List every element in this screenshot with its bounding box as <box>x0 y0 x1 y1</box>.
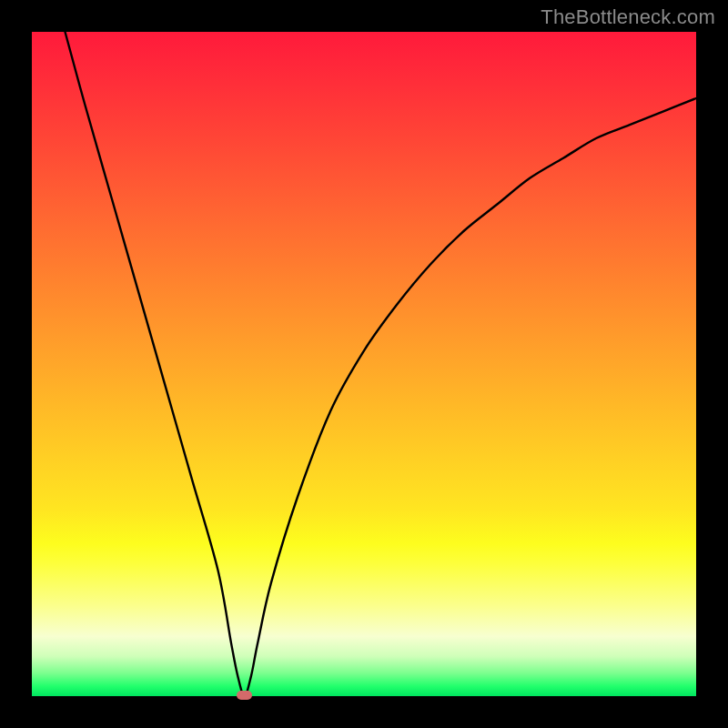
watermark-text: TheBottleneck.com <box>541 5 715 29</box>
chart-frame: TheBottleneck.com <box>0 0 728 728</box>
bottleneck-curve <box>32 32 696 696</box>
sweet-spot-marker <box>237 691 252 700</box>
plot-area <box>32 32 696 696</box>
